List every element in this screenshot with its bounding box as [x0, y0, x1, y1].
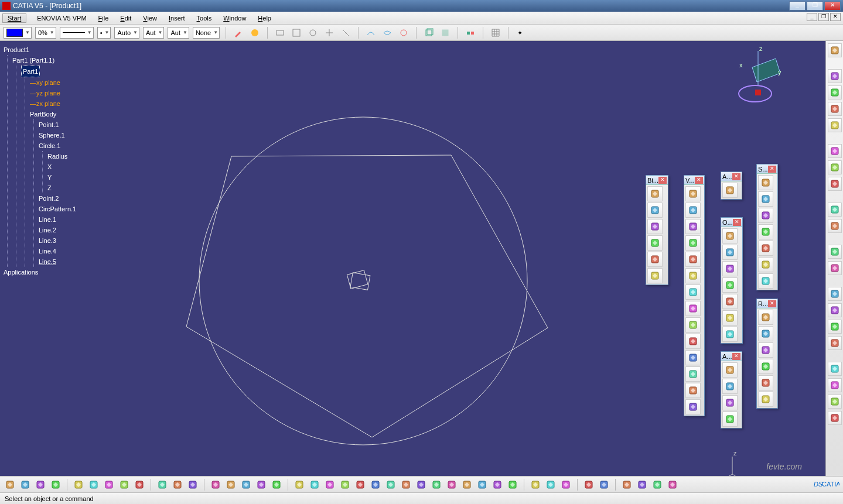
toolbox-R-btn-5[interactable] [758, 392, 773, 407]
toolbox-O-btn-0[interactable] [722, 228, 738, 244]
right-line-button[interactable] [828, 203, 842, 217]
color-combo[interactable]: ▼ [4, 27, 32, 39]
bottom-rotate-button[interactable] [430, 478, 443, 491]
menu-enovia[interactable]: ENOVIA V5 VPM [31, 13, 92, 23]
bottom-print-button[interactable] [49, 478, 62, 491]
toolbox-A1-header[interactable]: A...✕ [721, 172, 742, 181]
view2-icon[interactable] [439, 26, 452, 39]
bottom-cust-button[interactable] [491, 478, 504, 491]
menu-tools[interactable]: Tools [191, 13, 218, 23]
toolbox-O[interactable]: O...✕ [721, 217, 743, 344]
toolbox-A2-btn-3[interactable] [722, 412, 738, 427]
sketch3-icon[interactable] [397, 26, 410, 39]
toolbox-A2[interactable]: A...✕ [721, 351, 742, 428]
bottom-swap-button[interactable] [270, 478, 283, 491]
doc-minimize-button[interactable]: _ [807, 13, 817, 21]
toolbox-S-btn-0[interactable] [758, 175, 773, 190]
toolbox-V-btn-2[interactable] [685, 219, 701, 234]
bottom-tbl-button[interactable] [224, 478, 237, 491]
right-spline-button[interactable] [828, 320, 842, 334]
grid-icon[interactable] [489, 26, 502, 39]
bottom-right-button[interactable] [369, 478, 382, 491]
bottom-zoom--button[interactable] [400, 478, 412, 491]
toolbox-V-btn-3[interactable] [685, 235, 701, 251]
toolbox-S-btn-6[interactable] [758, 273, 773, 289]
bottom-stop-button[interactable] [544, 478, 557, 491]
toolbox-V-btn-8[interactable] [685, 317, 701, 332]
bottom-iso-button[interactable] [308, 478, 321, 491]
bottom-left-button[interactable] [354, 478, 367, 491]
toolbox-V-btn-5[interactable] [685, 268, 701, 283]
toolbox-Bi-btn-1[interactable] [647, 203, 663, 218]
bottom-axis-button[interactable] [620, 478, 633, 491]
toolbox-V[interactable]: V...✕ [684, 175, 705, 416]
toolbox-O-close[interactable]: ✕ [733, 219, 741, 226]
right-curve-button[interactable] [828, 245, 842, 259]
toolbox-R-btn-0[interactable] [758, 310, 773, 325]
auto-c-combo[interactable]: Aut▼ [168, 27, 189, 39]
right-trim-button[interactable] [828, 362, 842, 376]
toolbox-O-header[interactable]: O...✕ [721, 218, 742, 227]
bottom-zoom+-button[interactable] [384, 478, 397, 491]
bottom-copy-button[interactable] [87, 478, 100, 491]
menu-insert[interactable]: Insert [163, 13, 191, 23]
toolbox-R-btn-1[interactable] [758, 326, 773, 341]
toolbox-V-header[interactable]: V...✕ [684, 176, 704, 185]
toolbox-R[interactable]: R...✕ [756, 299, 778, 409]
toolbox-Bi-btn-5[interactable] [647, 268, 663, 283]
view1-icon[interactable] [422, 26, 435, 39]
toolbox-V-btn-1[interactable] [685, 203, 701, 218]
bottom-cam-button[interactable] [598, 478, 610, 491]
right-pencil-button[interactable] [828, 177, 842, 191]
right-cyl-button[interactable] [828, 85, 842, 100]
toolbox-R-btn-2[interactable] [758, 342, 773, 358]
toolbox-R-close[interactable]: ✕ [768, 300, 776, 307]
toolbox-V-btn-13[interactable] [685, 399, 701, 414]
toolbox-Bi-btn-2[interactable] [647, 219, 663, 234]
bottom-play-button[interactable] [529, 478, 542, 491]
toolbox-O-btn-6[interactable] [722, 327, 738, 342]
toolbox-R-btn-4[interactable] [758, 375, 773, 390]
bottom-redo-button[interactable] [133, 478, 146, 491]
bottom-undo-button[interactable] [118, 478, 131, 491]
bottom-shade-button[interactable] [476, 478, 489, 491]
toolbox-R-btn-3[interactable] [758, 359, 773, 374]
toolbox-V-btn-4[interactable] [685, 252, 701, 267]
toolbox-Bi-btn-4[interactable] [647, 252, 663, 267]
toolbox-A2-header[interactable]: A...✕ [721, 352, 742, 361]
start-menu[interactable]: Start [2, 13, 26, 23]
right-cone-button[interactable] [828, 102, 842, 116]
bottom-rect-button[interactable] [255, 478, 268, 491]
measure5-icon[interactable] [339, 26, 352, 39]
right-arc-button[interactable] [828, 303, 842, 317]
toolbox-V-btn-9[interactable] [685, 334, 701, 349]
doc-close-button[interactable]: ✕ [830, 13, 841, 21]
bottom-sel-button[interactable] [156, 478, 169, 491]
close-button[interactable]: ✕ [824, 1, 841, 11]
bottom-fit-button[interactable] [293, 478, 306, 491]
toolbox-Bi-header[interactable]: Bi...✕ [646, 176, 668, 185]
toolbox-V-btn-0[interactable] [685, 186, 701, 201]
toolbox-A1-btn-0[interactable] [722, 183, 738, 198]
right-blend-button[interactable] [828, 411, 842, 425]
measure4-icon[interactable] [323, 26, 336, 39]
3d-viewport[interactable]: Product1 Part1 (Part1.1) Part1 — xy plan… [0, 41, 825, 476]
menu-file[interactable]: File [93, 13, 115, 23]
bottom-tri-button[interactable] [636, 478, 649, 491]
toolbox-A2-btn-0[interactable] [722, 362, 738, 378]
toolbox-S-close[interactable]: ✕ [768, 166, 776, 173]
auto-a-combo[interactable]: Auto▼ [114, 27, 139, 39]
toolbox-S-btn-5[interactable] [758, 257, 773, 272]
toolbox-Bi-close[interactable]: ✕ [658, 177, 667, 184]
toolbox-A2-btn-2[interactable] [722, 395, 738, 410]
toolbox-A2-btn-1[interactable] [722, 379, 738, 394]
sketch2-icon[interactable] [381, 26, 394, 39]
bottom-sheet-button[interactable] [240, 478, 252, 491]
sketch1-icon[interactable] [364, 26, 377, 39]
doc-restore-button[interactable]: ❐ [818, 13, 829, 21]
bottom-hash-button[interactable] [651, 478, 664, 491]
right-sweep-button[interactable] [828, 395, 842, 409]
palette-icon[interactable] [248, 26, 261, 39]
right-circle-button[interactable] [828, 287, 842, 301]
toolbox-S-header[interactable]: S...✕ [757, 164, 777, 174]
